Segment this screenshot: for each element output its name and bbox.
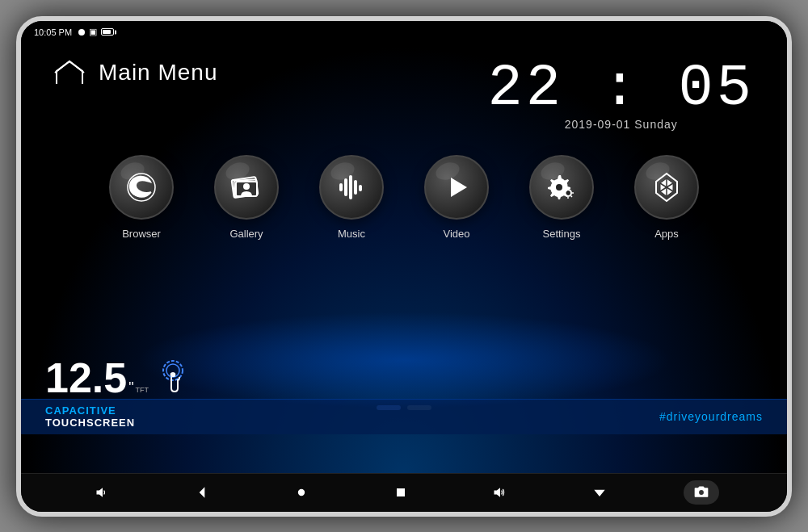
main-menu-title: Main Menu — [99, 60, 218, 86]
down-button[interactable] — [585, 478, 614, 507]
svg-marker-9 — [451, 178, 467, 197]
touchscreen-text: TOUCHSCREEN — [45, 417, 135, 429]
svg-line-19 — [571, 195, 573, 197]
status-icons: ▣ — [78, 27, 114, 37]
promo-tft: TFT — [136, 387, 149, 394]
browser-icon-circle — [109, 155, 174, 220]
home-icon[interactable] — [53, 60, 86, 86]
apps-icon-circle — [634, 155, 699, 220]
app-browser[interactable]: Browser — [101, 155, 182, 240]
back-button[interactable] — [187, 478, 217, 507]
music-icon-circle — [319, 155, 384, 220]
gallery-label: Gallery — [229, 228, 263, 240]
svg-rect-6 — [349, 175, 352, 199]
svg-rect-5 — [344, 178, 347, 196]
svg-marker-28 — [97, 488, 103, 497]
app-video[interactable]: Video — [416, 155, 497, 240]
promo-inch: " — [128, 380, 133, 395]
apps-label: Apps — [654, 228, 679, 240]
top-area: Main Menu 22 : 05 2019-09-01 Sunday — [21, 44, 787, 139]
svg-point-30 — [298, 489, 305, 496]
clock-section: 22 : 05 2019-09-01 Sunday — [488, 60, 755, 131]
svg-rect-7 — [354, 180, 357, 195]
svg-rect-8 — [359, 185, 362, 191]
sim-icon: ▣ — [89, 27, 97, 37]
promo-size: 12.5 " TFT — [45, 357, 149, 399]
clock-time: 22 : 05 — [488, 60, 755, 118]
capacitive-text: CAPACITIVE — [45, 404, 135, 417]
svg-point-13 — [566, 191, 570, 195]
volume-down-button[interactable] — [88, 478, 117, 507]
home-button[interactable] — [287, 478, 316, 507]
stop-button[interactable] — [386, 478, 415, 507]
status-time: 10:05 PM — [34, 27, 72, 37]
svg-rect-4 — [339, 183, 343, 191]
app-gallery[interactable]: Gallery — [206, 155, 287, 240]
svg-point-34 — [700, 490, 705, 495]
settings-icon-circle — [529, 155, 594, 220]
app-settings[interactable]: Settings — [521, 155, 602, 240]
status-bar: 10:05 PM ▣ — [21, 21, 787, 44]
app-music[interactable]: Music — [311, 155, 392, 240]
settings-label: Settings — [543, 228, 581, 240]
svg-rect-31 — [397, 488, 405, 496]
video-label: Video — [443, 228, 469, 240]
gallery-icon-circle — [214, 155, 279, 220]
notification-icon — [78, 29, 85, 36]
svg-line-18 — [564, 189, 566, 191]
camera-button[interactable] — [684, 480, 719, 505]
nav-bar — [21, 473, 787, 512]
video-icon-circle — [424, 155, 489, 220]
battery-icon — [101, 28, 114, 36]
music-label: Music — [338, 228, 365, 240]
browser-label: Browser — [122, 228, 161, 240]
device-frame: 10:05 PM ▣ Main Menu 22 : — [16, 16, 792, 517]
promo-content: 12.5 " TFT — [21, 354, 787, 402]
app-apps[interactable]: Apps — [626, 155, 707, 240]
svg-marker-29 — [200, 487, 205, 497]
svg-marker-32 — [494, 488, 500, 497]
touch-finger-icon — [155, 358, 187, 398]
svg-point-11 — [556, 184, 562, 191]
svg-point-3 — [243, 183, 250, 190]
main-menu-section: Main Menu — [53, 60, 218, 86]
apps-section: Browser Gallery — [21, 139, 787, 256]
hashtag-text: #driveyourdreams — [659, 410, 763, 423]
promo-bottom-bar: CAPACITIVE TOUCHSCREEN #driveyourdreams — [21, 399, 787, 434]
main-screen: Main Menu 22 : 05 2019-09-01 Sunday — [21, 44, 787, 473]
promo-text-group: CAPACITIVE TOUCHSCREEN — [45, 404, 135, 429]
volume-up-button[interactable] — [486, 478, 515, 507]
svg-marker-33 — [594, 490, 604, 496]
promo-number: 12.5 — [45, 357, 127, 399]
